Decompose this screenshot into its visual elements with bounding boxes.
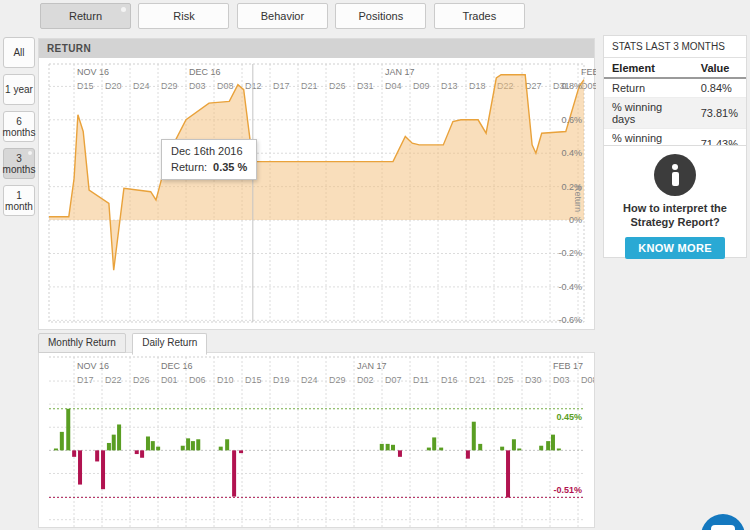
day-tick-label: D03 — [553, 375, 570, 385]
negative-return-bar — [78, 450, 82, 484]
positive-return-bar — [66, 409, 70, 451]
month-label: FEB 17 — [553, 361, 583, 371]
positive-return-bar — [439, 448, 443, 451]
daily-return-chart[interactable]: NOV 16D17D22D26DEC 16D01D06D10D15D19D24D… — [39, 353, 594, 528]
month-label: NOV 16 — [77, 361, 109, 371]
positive-return-bar — [386, 444, 390, 450]
y-tick-label: 0% — [569, 215, 582, 225]
tab-trades-label: Trades — [462, 10, 496, 22]
negative-return-bar — [72, 450, 76, 456]
negative-return-bar — [232, 450, 236, 496]
month-label: FEB 17 — [581, 67, 596, 77]
negative-return-bar — [95, 450, 99, 461]
tab-risk-label: Risk — [173, 10, 194, 22]
tab-behavior[interactable]: Behavior — [237, 3, 328, 29]
info-text-line1: How to interpret the — [604, 202, 746, 216]
tooltip-label: Return: — [171, 161, 207, 173]
positive-return-bar — [500, 447, 504, 451]
stat-return-label: Return — [604, 78, 693, 98]
day-tick-label: D01 — [161, 375, 178, 385]
positive-return-bar — [478, 444, 482, 450]
negative-return-bar — [135, 450, 139, 454]
strategy-report-page: Return Risk Behavior Positions Trades Al… — [0, 0, 750, 530]
day-tick-label: D17 — [77, 375, 94, 385]
info-panel: How to interpret the Strategy Report? KN… — [603, 145, 747, 258]
active-tab-dot — [121, 7, 126, 12]
positive-return-bar — [54, 449, 58, 451]
day-tick-label: D11 — [413, 375, 429, 385]
tab-return-label: Return — [69, 10, 102, 22]
month-label: DEC 16 — [161, 361, 193, 371]
know-more-button[interactable]: KNOW MORE — [625, 237, 725, 259]
cumulative-return-chart[interactable]: NOV 16D15D20D24D29DEC 16D03D08D12D17D21D… — [39, 58, 596, 330]
tab-behavior-label: Behavior — [261, 10, 304, 22]
table-row: Return 0.84% — [604, 78, 746, 98]
day-tick-label: D07 — [385, 375, 402, 385]
tab-risk[interactable]: Risk — [138, 3, 229, 29]
day-tick-label: D30 — [525, 375, 542, 385]
positive-return-bar — [517, 449, 521, 451]
positive-return-bar — [551, 435, 555, 451]
info-icon — [654, 154, 696, 196]
positive-return-bar — [539, 446, 543, 451]
chat-widget-icon[interactable] — [701, 514, 745, 530]
period-6-months-label: 6 months — [3, 116, 36, 138]
period-sidebar: All 1 year 6 months 3 months 1 month — [3, 37, 35, 222]
period-1-year-button[interactable]: 1 year — [3, 74, 35, 105]
day-tick-label: D19 — [273, 375, 290, 385]
positive-return-bar — [146, 436, 150, 450]
tab-positions[interactable]: Positions — [335, 3, 426, 29]
report-tabs: Return Risk Behavior Positions Trades — [40, 3, 528, 29]
positive-return-bar — [427, 448, 431, 451]
y-tick-label: -0.6% — [558, 315, 582, 325]
stats-col-element: Element — [604, 58, 693, 78]
positive-return-bar — [219, 447, 223, 451]
positive-return-bar — [112, 435, 116, 451]
period-1-month-button[interactable]: 1 month — [3, 185, 35, 216]
tooltip-date: Dec 16th 2016 — [171, 145, 247, 157]
negative-return-bar — [140, 450, 144, 457]
daily-return-panel: NOV 16D17D22D26DEC 16D01D06D10D15D19D24D… — [38, 352, 595, 528]
y-tick-label: 0.8% — [561, 81, 582, 91]
day-tick-label: D06 — [189, 375, 206, 385]
tab-positions-label: Positions — [359, 10, 404, 22]
positive-return-bar — [151, 441, 155, 450]
limit-line-label: 0.45% — [556, 412, 582, 422]
month-label: NOV 16 — [77, 67, 109, 77]
positive-return-bar — [225, 439, 229, 450]
positive-return-bar — [107, 443, 111, 450]
month-label: DEC 16 — [189, 67, 221, 77]
positive-return-bar — [472, 422, 476, 451]
negative-return-bar — [506, 450, 510, 497]
tab-return[interactable]: Return — [40, 3, 131, 29]
chart-tooltip: Dec 16th 2016 Return:0.35 % — [161, 139, 257, 180]
period-3-months-button[interactable]: 3 months — [3, 148, 35, 179]
y-tick-label: 0.6% — [561, 115, 582, 125]
bottom-chart-tabs: Monthly Return Daily Return — [38, 333, 209, 353]
positive-return-bar — [60, 432, 64, 450]
positive-return-bar — [391, 445, 395, 451]
y-tick-label: -0.4% — [558, 282, 582, 292]
positive-return-bar — [546, 441, 550, 450]
stats-panel-title: STATS LAST 3 MONTHS — [604, 36, 746, 58]
positive-return-bar — [191, 441, 195, 450]
y-axis-title: Return — [573, 185, 583, 212]
positive-return-bar — [380, 444, 384, 450]
active-period-dot — [28, 151, 32, 155]
limit-line-label: -0.51% — [553, 485, 582, 495]
positive-return-bar — [557, 449, 561, 451]
period-6-months-button[interactable]: 6 months — [3, 111, 35, 142]
tab-monthly-return[interactable]: Monthly Return — [38, 333, 126, 353]
day-tick-label: D25 — [497, 375, 514, 385]
stats-col-value: Value — [693, 58, 746, 78]
period-all-label: All — [13, 47, 24, 58]
day-tick-label: D26 — [133, 375, 150, 385]
day-tick-label: D21 — [469, 375, 486, 385]
day-tick-label: D22 — [105, 375, 122, 385]
tooltip-value: 0.35 % — [213, 161, 247, 173]
stats-header-row: Element Value — [604, 58, 746, 78]
tab-daily-return[interactable]: Daily Return — [132, 333, 207, 355]
tab-trades[interactable]: Trades — [434, 3, 525, 29]
table-row: % winning days 73.81% — [604, 98, 746, 129]
period-all-button[interactable]: All — [3, 37, 35, 68]
